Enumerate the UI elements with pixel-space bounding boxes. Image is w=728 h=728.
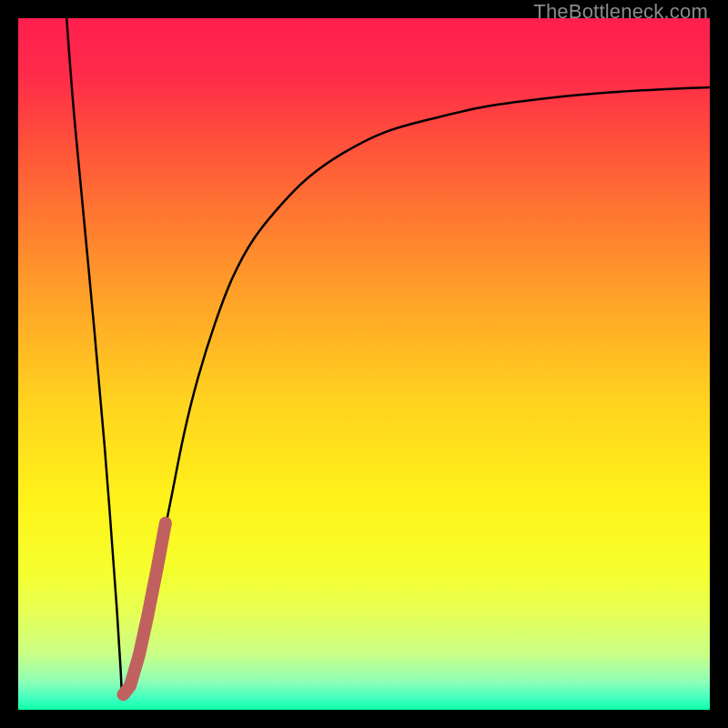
bottleneck-curve <box>66 18 710 696</box>
chart-frame: TheBottleneck.com <box>0 0 728 728</box>
chart-svg <box>18 18 710 710</box>
watermark-text: TheBottleneck.com <box>533 0 708 24</box>
highlight-segment <box>124 523 166 694</box>
plot-area <box>18 18 710 710</box>
